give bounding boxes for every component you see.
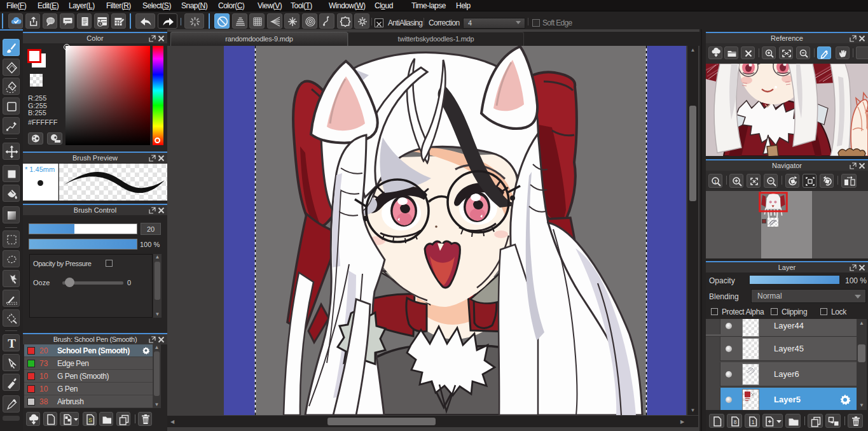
svg-text:S: S <box>88 417 92 423</box>
svg-text:T: T <box>8 337 16 350</box>
svg-text:8: 8 <box>734 419 737 425</box>
svg-text:1: 1 <box>752 419 755 425</box>
svg-text:1: 1 <box>714 179 717 185</box>
